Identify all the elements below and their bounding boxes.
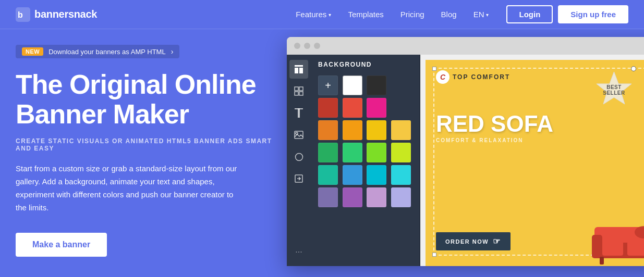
sidebar-icon-text[interactable] bbox=[289, 104, 308, 122]
hero-left: NEW Download your banners as AMP HTML › … bbox=[16, 40, 276, 277]
svg-rect-6 bbox=[299, 87, 303, 91]
color-swatch-green[interactable] bbox=[318, 143, 338, 162]
svg-text:b: b bbox=[18, 10, 23, 19]
signup-button[interactable]: Sign up free bbox=[558, 5, 628, 23]
cursor-icon: ☞ bbox=[493, 236, 501, 246]
app-window: ··· BACKGROUND + bbox=[287, 37, 644, 266]
color-swatch-red[interactable] bbox=[343, 98, 362, 118]
svg-rect-24 bbox=[627, 241, 644, 256]
logo[interactable]: b bannersnack bbox=[16, 7, 97, 22]
brand-name: TOP COMFORT bbox=[453, 73, 510, 81]
window-body: ··· BACKGROUND + bbox=[287, 55, 644, 266]
color-swatch-violet[interactable] bbox=[343, 187, 362, 207]
color-swatch-yellow[interactable] bbox=[367, 120, 386, 140]
nav-actions: Login Sign up free bbox=[506, 5, 628, 23]
banner-main-title: RED SOFA bbox=[436, 112, 644, 135]
sidebar-icon-layout[interactable] bbox=[289, 60, 308, 79]
color-swatch-teal[interactable] bbox=[318, 165, 338, 185]
color-swatch-darkred[interactable] bbox=[318, 98, 338, 118]
color-swatch-orange[interactable] bbox=[318, 120, 338, 140]
color-swatch-dark[interactable] bbox=[367, 75, 386, 95]
badge-arrow-icon: › bbox=[171, 47, 174, 56]
color-swatch-lightpurple[interactable] bbox=[367, 187, 386, 207]
hero-title: The Original Online Banner Maker bbox=[16, 70, 276, 129]
badge-text: Download your banners as AMP HTML bbox=[48, 48, 165, 56]
window-titlebar bbox=[287, 37, 644, 55]
svg-rect-3 bbox=[295, 68, 298, 73]
svg-rect-7 bbox=[295, 92, 298, 95]
color-swatch-white[interactable] bbox=[343, 75, 362, 95]
color-add-button[interactable]: + bbox=[318, 75, 338, 95]
nav-pricing[interactable]: Pricing bbox=[393, 7, 432, 22]
color-swatch-cyan[interactable] bbox=[367, 165, 386, 185]
svg-rect-4 bbox=[299, 68, 303, 73]
new-tag: NEW bbox=[22, 47, 43, 56]
editor-sidebar: ··· bbox=[287, 55, 311, 266]
color-swatch-yellowgreen[interactable] bbox=[391, 143, 411, 162]
banner-product-subtitle: COMFORT & RELAXATION bbox=[436, 137, 644, 143]
nav-templates[interactable]: Templates bbox=[341, 7, 391, 22]
sidebar-more-icon[interactable]: ··· bbox=[295, 247, 302, 261]
color-swatch-lavender[interactable] bbox=[391, 187, 411, 207]
make-banner-button[interactable]: Make a banner bbox=[16, 233, 107, 257]
sidebar-icon-grid[interactable] bbox=[289, 82, 308, 100]
window-dot-close bbox=[294, 43, 300, 49]
logo-icon: b bbox=[16, 7, 30, 22]
nav-blog[interactable]: Blog bbox=[434, 7, 464, 22]
sofa-image bbox=[589, 214, 644, 266]
hero-right: ··· BACKGROUND + bbox=[287, 37, 628, 277]
svg-rect-2 bbox=[295, 65, 303, 67]
sidebar-icon-image[interactable] bbox=[289, 125, 308, 144]
banner-canvas: C TOP COMFORT BEST SELLER bbox=[426, 60, 644, 266]
color-swatch-orangeyellow[interactable] bbox=[343, 120, 362, 140]
color-swatch-lightcyan[interactable] bbox=[391, 165, 411, 185]
hero-subtitle: CREATE STATIC VISUALS OR ANIMATED HTML5 … bbox=[16, 137, 276, 152]
navigation: b bannersnack Features ▾ Templates Prici… bbox=[0, 0, 644, 29]
svg-point-13 bbox=[295, 153, 302, 160]
new-badge[interactable]: NEW Download your banners as AMP HTML › bbox=[16, 45, 179, 58]
badge-text: BEST SELLER bbox=[603, 84, 625, 96]
banner-content: C TOP COMFORT BEST SELLER bbox=[426, 60, 644, 266]
color-swatch-blue[interactable] bbox=[343, 165, 362, 185]
color-swatch-purple[interactable] bbox=[318, 187, 338, 207]
svg-rect-10 bbox=[298, 108, 300, 118]
color-panel: BACKGROUND + bbox=[311, 55, 420, 266]
hero-section: NEW Download your banners as AMP HTML › … bbox=[0, 29, 644, 277]
canvas-area: C TOP COMFORT BEST SELLER bbox=[420, 55, 644, 266]
color-swatch-lime[interactable] bbox=[367, 143, 386, 162]
brand-logo: C bbox=[436, 70, 449, 84]
window-dot-minimize bbox=[304, 43, 310, 49]
color-swatch-lightgreen[interactable] bbox=[343, 143, 362, 162]
color-grid: + bbox=[318, 75, 412, 207]
nav-features[interactable]: Features ▾ bbox=[288, 7, 338, 22]
features-chevron-icon: ▾ bbox=[329, 12, 331, 18]
logo-text: bannersnack bbox=[34, 8, 97, 20]
svg-rect-8 bbox=[299, 92, 303, 95]
panel-title: BACKGROUND bbox=[318, 61, 412, 68]
sidebar-icon-shapes[interactable] bbox=[289, 147, 308, 166]
banner-main-area: RED SOFA COMFORT & RELAXATION bbox=[436, 112, 644, 143]
nav-links: Features ▾ Templates Pricing Blog EN ▾ bbox=[288, 7, 496, 22]
login-button[interactable]: Login bbox=[506, 5, 553, 23]
svg-rect-21 bbox=[600, 257, 604, 265]
svg-rect-23 bbox=[602, 241, 623, 256]
best-seller-badge: BEST SELLER bbox=[594, 70, 634, 109]
svg-rect-19 bbox=[592, 235, 602, 258]
nav-lang[interactable]: EN ▾ bbox=[466, 7, 496, 22]
lang-chevron-icon: ▾ bbox=[486, 12, 489, 18]
sidebar-icon-export[interactable] bbox=[289, 169, 308, 188]
svg-rect-5 bbox=[295, 87, 298, 91]
banner-cta-button[interactable]: ORDER NOW ☞ bbox=[436, 232, 511, 250]
hero-description: Start from a custom size or grab a stand… bbox=[16, 162, 240, 214]
color-swatch-brightyellow[interactable] bbox=[391, 120, 411, 140]
window-dot-maximize bbox=[314, 43, 320, 49]
color-swatch-pinkred[interactable] bbox=[367, 98, 386, 118]
